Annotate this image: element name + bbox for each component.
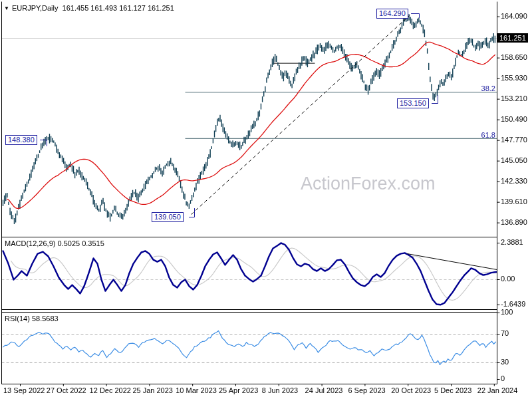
current-price-tag: 161.251 — [497, 33, 528, 43]
date-axis-label: 20 Oct 2023 — [391, 386, 431, 394]
price-label-148380[interactable]: 148.380 — [5, 135, 37, 145]
price-axis-label: 142.330 — [501, 177, 527, 185]
date-axis-label: 5 Dec 2023 — [434, 386, 471, 394]
price-label-164290[interactable]: 164.290 — [376, 9, 408, 19]
symbol-marker-icon: ▼ — [4, 5, 9, 11]
fib-382-label[interactable]: 38.2 — [475, 84, 495, 92]
date-axis-label: 12 Dec 2022 — [90, 386, 131, 394]
date-axis-label: 10 Mar 2023 — [176, 386, 217, 394]
price-axis-label: 164.090 — [501, 12, 527, 20]
rsi-axis-label: 70 — [501, 329, 509, 337]
rsi-axis-label: 100 — [501, 308, 513, 316]
price-axis-label: 150.490 — [501, 115, 527, 123]
date-axis-label: 27 Oct 2022 — [47, 386, 86, 394]
price-axis-label: 158.650 — [501, 53, 527, 61]
date-axis-label: 8 Jun 2023 — [262, 386, 298, 394]
macd-axis-label: 2.3881 — [501, 238, 523, 246]
chart-window: ▼EURJPY,Daily 161.455 161.493 161.127 16… — [0, 0, 532, 399]
price-axis-label: 147.770 — [501, 136, 527, 144]
chart-title: ▼EURJPY,Daily 161.455 161.493 161.127 16… — [4, 4, 174, 12]
macd-axis-label: 0.00 — [501, 275, 515, 283]
rsi-axis-label: 30 — [501, 358, 509, 366]
price-axis-label: 136.890 — [501, 218, 527, 226]
rsi-axis-label: 0 — [501, 374, 505, 382]
date-axis-label: 25 Jan 2023 — [132, 386, 173, 394]
date-axis-label: 6 Sep 2023 — [348, 386, 385, 394]
date-axis-label: 24 Jul 2023 — [305, 386, 343, 394]
price-axis-label: 139.610 — [501, 198, 527, 205]
price-axis-label: 153.210 — [501, 94, 527, 102]
watermark: ActionForex.com — [301, 174, 436, 194]
macd-indicator-label: MACD(12,26,9) 0.5025 0.3515 — [5, 239, 104, 247]
macd-axis-label: -1.6439 — [501, 300, 525, 308]
ohlc-values: 161.455 161.493 161.127 161.251 — [63, 4, 174, 12]
chart-plot-canvas[interactable] — [0, 0, 532, 399]
price-axis-label: 145.050 — [501, 156, 527, 164]
price-label-139050[interactable]: 139.050 — [152, 212, 184, 222]
price-axis-label: 155.930 — [501, 74, 527, 82]
date-axis-label: 22 Jan 2024 — [477, 386, 518, 394]
price-label-153150[interactable]: 153.150 — [397, 98, 429, 108]
date-axis-label: 25 Apr 2023 — [219, 386, 258, 394]
date-axis-label: 13 Sep 2022 — [3, 386, 45, 394]
rsi-indicator-label: RSI(14) 58.5683 — [5, 315, 59, 323]
symbol-timeframe-label: EURJPY,Daily — [12, 4, 59, 12]
fib-618-label[interactable]: 61.8 — [475, 131, 495, 139]
